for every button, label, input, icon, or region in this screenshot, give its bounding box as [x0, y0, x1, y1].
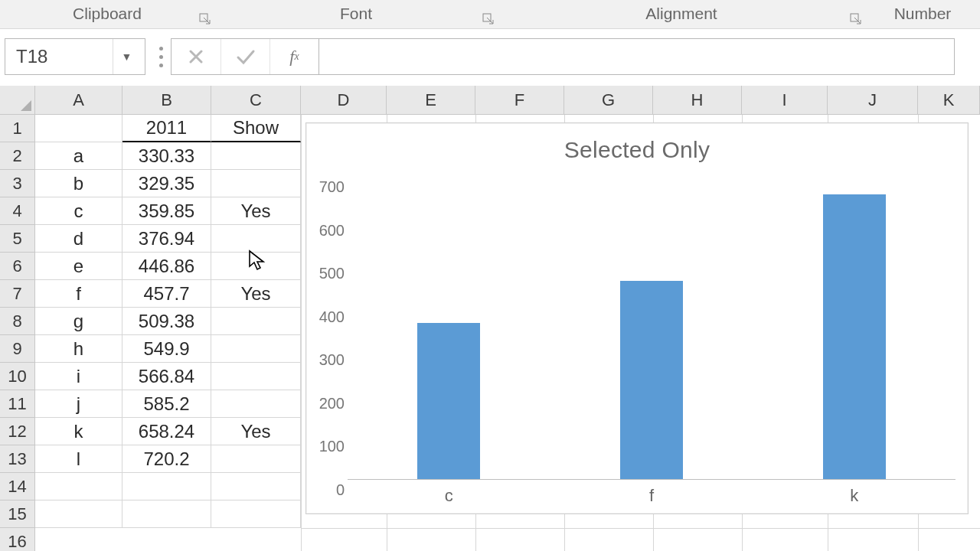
- column-header-G[interactable]: G: [564, 86, 653, 115]
- row-header-1[interactable]: 1: [0, 115, 35, 142]
- cell[interactable]: l: [35, 445, 122, 473]
- cell[interactable]: [211, 335, 301, 363]
- cell[interactable]: Yes: [211, 197, 301, 225]
- cell[interactable]: [122, 500, 211, 528]
- cell[interactable]: [122, 473, 211, 500]
- cell[interactable]: b: [35, 170, 122, 197]
- bar-c[interactable]: [417, 323, 480, 479]
- cell[interactable]: [211, 445, 301, 473]
- enter-formula-button[interactable]: [220, 39, 270, 74]
- cell[interactable]: d: [35, 225, 122, 253]
- row-header-6[interactable]: 6: [0, 253, 35, 280]
- name-box-dropdown-icon[interactable]: ▼: [113, 39, 140, 74]
- row-header-2[interactable]: 2: [0, 142, 35, 170]
- cell[interactable]: f: [35, 280, 122, 308]
- column-header-A[interactable]: A: [35, 86, 122, 115]
- y-tick-label: 600: [314, 221, 345, 239]
- cell[interactable]: 585.2: [122, 390, 211, 418]
- cell[interactable]: [211, 170, 301, 197]
- cell[interactable]: [211, 390, 301, 418]
- cell[interactable]: j: [35, 390, 122, 418]
- cell[interactable]: 2011: [122, 115, 211, 142]
- cell[interactable]: 329.35: [122, 170, 211, 197]
- formula-bar-row: ▼ fx: [5, 38, 955, 75]
- row-header-8[interactable]: 8: [0, 308, 35, 335]
- row-header-10[interactable]: 10: [0, 363, 35, 390]
- cell[interactable]: 359.85: [122, 197, 211, 225]
- insert-function-button[interactable]: fx: [270, 39, 318, 74]
- grip-dots-icon[interactable]: [159, 47, 163, 67]
- column-header-B[interactable]: B: [122, 86, 211, 115]
- bar-k[interactable]: [823, 194, 886, 479]
- cell[interactable]: i: [35, 363, 122, 390]
- cell[interactable]: 376.94: [122, 225, 211, 253]
- column-header-K[interactable]: K: [918, 86, 980, 115]
- cancel-formula-button[interactable]: [172, 39, 220, 74]
- name-box-input[interactable]: [5, 46, 113, 67]
- dialog-launcher-icon[interactable]: [850, 13, 862, 25]
- row-header-9[interactable]: 9: [0, 335, 35, 363]
- name-box[interactable]: ▼: [5, 38, 145, 75]
- cell[interactable]: e: [35, 253, 122, 280]
- column-header-C[interactable]: C: [211, 86, 301, 115]
- cell[interactable]: 658.24: [122, 418, 211, 445]
- cell[interactable]: 549.9: [122, 335, 211, 363]
- cell[interactable]: [211, 473, 301, 500]
- cell[interactable]: [35, 473, 122, 500]
- cell[interactable]: [211, 225, 301, 253]
- dialog-launcher-icon[interactable]: [199, 13, 211, 25]
- cell[interactable]: 566.84: [122, 363, 211, 390]
- column-header-H[interactable]: H: [653, 86, 742, 115]
- cell[interactable]: g: [35, 308, 122, 335]
- chart-title[interactable]: Selected Only: [306, 123, 968, 163]
- cell[interactable]: c: [35, 197, 122, 225]
- x-axis-line: [348, 479, 956, 480]
- select-all-button[interactable]: [0, 86, 35, 115]
- column-header-D[interactable]: D: [301, 86, 387, 115]
- cell[interactable]: [211, 308, 301, 335]
- cell[interactable]: k: [35, 418, 122, 445]
- cell[interactable]: 446.86: [122, 253, 211, 280]
- ribbon-group-alignment: Alignment: [498, 0, 865, 28]
- row-header-14[interactable]: 14: [0, 473, 35, 500]
- cell[interactable]: Yes: [211, 418, 301, 445]
- column-header-F[interactable]: F: [475, 86, 564, 115]
- ribbon-group-number: Number: [865, 0, 980, 28]
- row-header-12[interactable]: 12: [0, 418, 35, 445]
- row-header-16[interactable]: 16: [0, 528, 35, 551]
- ribbon-group-label: Font: [340, 5, 372, 23]
- plot-area[interactable]: 0100200300400500600700cfk: [348, 177, 956, 480]
- cell[interactable]: Show: [211, 115, 301, 142]
- ribbon-group-clipboard: Clipboard: [0, 0, 214, 28]
- cell[interactable]: a: [35, 142, 122, 170]
- formula-bar-input[interactable]: [319, 39, 954, 74]
- row-header-4[interactable]: 4: [0, 197, 35, 225]
- y-tick-label: 0: [314, 481, 345, 499]
- row-header-3[interactable]: 3: [0, 170, 35, 197]
- row-header-5[interactable]: 5: [0, 225, 35, 253]
- bar-f[interactable]: [620, 281, 683, 479]
- row-header-11[interactable]: 11: [0, 390, 35, 418]
- cell[interactable]: 720.2: [122, 445, 211, 473]
- cell[interactable]: [211, 253, 301, 280]
- cell[interactable]: [35, 115, 122, 142]
- row-header-7[interactable]: 7: [0, 280, 35, 308]
- cell[interactable]: 330.33: [122, 142, 211, 170]
- cell[interactable]: 457.7: [122, 280, 211, 308]
- cell[interactable]: [211, 142, 301, 170]
- cells-area[interactable]: 2011Showa330.33b329.35c359.85Yesd376.94e…: [35, 115, 301, 528]
- row-header-13[interactable]: 13: [0, 445, 35, 473]
- cell[interactable]: h: [35, 335, 122, 363]
- row-header-15[interactable]: 15: [0, 500, 35, 528]
- cell[interactable]: 509.38: [122, 308, 211, 335]
- column-header-J[interactable]: J: [828, 86, 918, 115]
- embedded-chart[interactable]: Selected Only 0100200300400500600700cfk: [305, 122, 969, 514]
- formula-bar[interactable]: [319, 38, 955, 75]
- cell[interactable]: [211, 500, 301, 528]
- cell[interactable]: [211, 363, 301, 390]
- column-header-E[interactable]: E: [387, 86, 475, 115]
- cell[interactable]: [35, 500, 122, 528]
- cell[interactable]: Yes: [211, 280, 301, 308]
- column-header-I[interactable]: I: [742, 86, 828, 115]
- dialog-launcher-icon[interactable]: [482, 13, 495, 25]
